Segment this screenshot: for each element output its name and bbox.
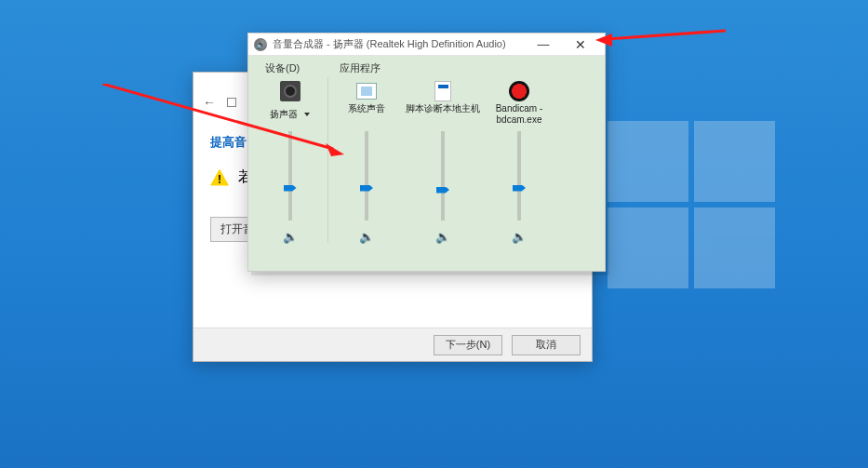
mute-button-app[interactable]: 🔈 [512, 230, 527, 243]
minimize-button[interactable]: — [525, 34, 562, 55]
mixer-col-app: Bandicam - bdcam.exe 🔈 [481, 77, 557, 243]
speaker-title-icon: 🔊 [254, 38, 267, 51]
volume-slider-app[interactable] [365, 131, 368, 221]
mute-button-device[interactable]: 🔈 [283, 230, 298, 243]
breadcrumb-icon [227, 98, 236, 107]
slider-thumb[interactable] [513, 185, 526, 192]
mixer-col-app: 系统声音 🔈 [328, 77, 405, 243]
titlebar: 🔊 音量合成器 - 扬声器 (Realtek High Definition A… [248, 33, 605, 56]
mixer-col-device: 扬声器 🔈 [252, 77, 328, 243]
slider-thumb[interactable] [436, 187, 449, 194]
volume-mixer-dialog: 🔊 音量合成器 - 扬声器 (Realtek High Definition A… [247, 33, 606, 272]
slider-thumb[interactable] [360, 185, 373, 192]
mixer-col-label[interactable]: 系统声音 [348, 103, 385, 114]
mixer-col-label[interactable]: Bandicam - bdcam.exe [481, 103, 557, 126]
chevron-down-icon[interactable] [304, 113, 310, 116]
cancel-button[interactable]: 取消 [512, 335, 581, 355]
mixer-col-label[interactable]: 脚本诊断本地主机 [406, 103, 480, 114]
device-section-label: 设备(D) [265, 61, 340, 75]
speaker-device-icon [280, 81, 300, 101]
script-host-icon [434, 81, 451, 101]
back-icon[interactable]: ← [203, 95, 216, 110]
warning-icon: ! [210, 169, 229, 186]
next-button[interactable]: 下一步(N) [434, 335, 502, 355]
window-title: 音量合成器 - 扬声器 (Realtek High Definition Aud… [273, 37, 506, 51]
svg-line-2 [607, 31, 726, 39]
mixer-columns: 扬声器 🔈 系统声音 🔈 脚本诊断本地主机 🔈 [248, 75, 605, 248]
mixer-col-label[interactable]: 扬声器 [270, 109, 298, 120]
slider-thumb[interactable] [284, 185, 297, 192]
close-button[interactable]: ✕ [562, 34, 599, 55]
mute-button-app[interactable]: 🔈 [435, 230, 450, 243]
mute-button-app[interactable]: 🔈 [359, 230, 374, 243]
system-sounds-icon [356, 83, 377, 100]
bandicam-icon [509, 81, 529, 101]
volume-slider-device[interactable] [288, 131, 292, 221]
windows-logo [608, 121, 775, 288]
mixer-col-app: 脚本诊断本地主机 🔈 [405, 77, 481, 243]
apps-section-label: 应用程序 [340, 61, 381, 75]
annotation-arrow [595, 28, 726, 47]
volume-slider-app[interactable] [517, 131, 521, 221]
volume-slider-app[interactable] [441, 131, 445, 221]
